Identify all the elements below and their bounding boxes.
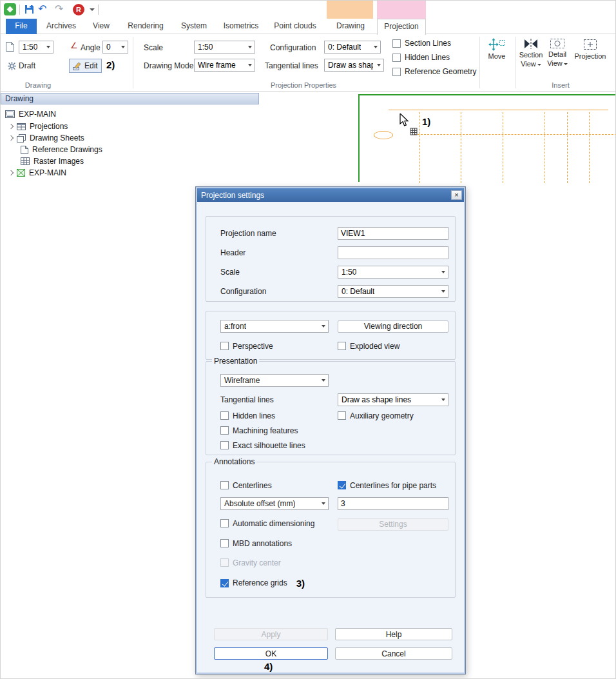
chevron-down-icon bbox=[377, 64, 381, 66]
scale-select[interactable]: 1:50 bbox=[338, 266, 448, 279]
view-direction-select[interactable]: a:front bbox=[220, 320, 329, 333]
centerlines-pipe-checkbox[interactable]: Centerlines for pipe parts bbox=[338, 481, 436, 490]
section-view-button[interactable]: Section View bbox=[517, 38, 544, 68]
edit-button[interactable]: Edit bbox=[69, 59, 102, 73]
automatic-dimensioning-checkbox[interactable]: Automatic dimensioning bbox=[220, 519, 314, 528]
tab-file[interactable]: File bbox=[6, 19, 37, 34]
section-lines-checkbox[interactable]: Section Lines bbox=[392, 39, 451, 48]
chevron-down-icon bbox=[374, 46, 378, 48]
tab-rendering[interactable]: Rendering bbox=[124, 19, 167, 34]
centerlines-checkbox[interactable]: Centerlines bbox=[220, 481, 272, 490]
hidden-lines-checkbox[interactable]: Hidden Lines bbox=[392, 53, 450, 62]
grid-line bbox=[544, 112, 544, 183]
mbd-annotations-checkbox[interactable]: MBD annotations bbox=[220, 539, 292, 548]
projection-settings-dialog: Projection settings Projection name VIEW… bbox=[195, 186, 466, 674]
perspective-checkbox[interactable]: Perspective bbox=[220, 342, 273, 351]
group-label-insert: Insert bbox=[542, 81, 579, 89]
exploded-view-checkbox[interactable]: Exploded view bbox=[338, 342, 399, 351]
configuration-select[interactable]: 0: Default bbox=[338, 285, 448, 298]
chevron-down-icon bbox=[564, 63, 568, 65]
tree-panel-header: Drawing bbox=[1, 93, 259, 104]
detail-view-button[interactable]: Detail View bbox=[544, 38, 570, 67]
chevron-down-icon bbox=[248, 64, 252, 66]
checkbox-icon bbox=[220, 579, 229, 587]
hidden-lines-checkbox[interactable]: Hidden lines bbox=[220, 411, 275, 420]
sheet-icon bbox=[6, 42, 14, 52]
tree-item-raster-images[interactable]: Raster Images bbox=[21, 155, 84, 167]
detail-view-icon bbox=[550, 38, 565, 49]
checkbox-icon bbox=[220, 426, 229, 435]
expand-chevron-icon[interactable] bbox=[8, 135, 14, 141]
tree-item-projections[interactable]: Projections bbox=[9, 121, 68, 132]
configuration-select[interactable]: 0: Default bbox=[324, 41, 381, 54]
angle-input[interactable]: 0 bbox=[102, 41, 128, 54]
drawing-tree-panel: Drawing EXP-MAIN Projections Drawing She… bbox=[1, 93, 259, 182]
model-icon bbox=[17, 169, 25, 177]
reference-drawing-icon bbox=[21, 146, 28, 154]
tab-point-clouds[interactable]: Point clouds bbox=[271, 19, 319, 34]
gravity-center-checkbox: Gravity center bbox=[220, 558, 281, 567]
tab-view[interactable]: View bbox=[87, 19, 115, 34]
drawing-board-icon bbox=[5, 110, 15, 118]
drawing-canvas[interactable]: 1) bbox=[358, 94, 616, 182]
presentation-group: Presentation Wireframe Tangential lines … bbox=[206, 361, 456, 455]
tree-item-reference-drawings[interactable]: Reference Drawings bbox=[21, 144, 102, 155]
viewing-direction-button[interactable]: Viewing direction bbox=[338, 320, 448, 333]
group-separator bbox=[515, 37, 516, 88]
expand-chevron-icon[interactable] bbox=[8, 124, 14, 129]
tree-item-exp-main-model[interactable]: EXP-MAIN bbox=[9, 167, 66, 179]
group-separator bbox=[479, 37, 480, 88]
projection-name-input[interactable]: VIEW1 bbox=[338, 227, 448, 240]
grid-frame-line bbox=[389, 110, 608, 110]
projection-button[interactable]: Projection bbox=[572, 38, 609, 60]
apply-button[interactable]: Apply bbox=[214, 628, 328, 640]
tree-item-exp-main[interactable]: EXP-MAIN bbox=[5, 108, 56, 120]
offset-mode-select[interactable]: Absolute offset (mm) bbox=[220, 497, 329, 510]
header-input[interactable] bbox=[338, 246, 448, 259]
annotation-step-4: 4) bbox=[264, 661, 273, 672]
toolbar-options-chevron-icon[interactable] bbox=[90, 8, 95, 11]
header-label: Header bbox=[220, 248, 338, 257]
move-button[interactable]: Move bbox=[483, 38, 511, 60]
expand-chevron-icon[interactable] bbox=[8, 170, 14, 175]
draft-button[interactable]: Draft bbox=[5, 59, 39, 73]
machining-features-checkbox[interactable]: Machining features bbox=[220, 426, 298, 435]
cancel-button[interactable]: Cancel bbox=[335, 647, 452, 660]
tab-projection[interactable]: Projection bbox=[377, 19, 426, 35]
ok-button[interactable]: OK bbox=[214, 647, 328, 660]
presentation-mode-select[interactable]: Wireframe bbox=[220, 374, 329, 387]
tab-isometrics[interactable]: Isometrics bbox=[220, 19, 262, 34]
help-button[interactable]: Help bbox=[335, 628, 452, 640]
reference-grids-checkbox[interactable]: Reference grids bbox=[220, 578, 287, 587]
close-icon[interactable] bbox=[451, 190, 462, 200]
tab-drawing[interactable]: Drawing bbox=[331, 19, 371, 34]
drawing-mode-select[interactable]: Wire frame bbox=[194, 59, 255, 72]
dialog-body: Projection name VIEW1 Header Scale 1:50 … bbox=[197, 202, 464, 673]
sheet-scale-select[interactable]: 1:50 bbox=[19, 41, 53, 54]
machining-features-row: Machining features bbox=[220, 425, 338, 438]
save-icon[interactable] bbox=[24, 5, 34, 14]
tangential-lines-select[interactable]: Draw as shape bbox=[324, 59, 384, 72]
configuration-label: Configuration bbox=[270, 43, 316, 52]
exact-silhouette-checkbox[interactable]: Exact silhouette lines bbox=[220, 441, 305, 450]
dialog-title-bar[interactable]: Projection settings bbox=[197, 188, 464, 202]
auxiliary-geometry-checkbox[interactable]: Auxiliary geometry bbox=[338, 411, 414, 420]
tab-system[interactable]: System bbox=[176, 19, 212, 34]
tree-item-drawing-sheets[interactable]: Drawing Sheets bbox=[9, 132, 84, 144]
mbd-row: MBD annotations bbox=[220, 538, 338, 551]
redo-icon[interactable] bbox=[55, 2, 63, 16]
grid-line bbox=[461, 112, 461, 183]
tab-archives[interactable]: Archives bbox=[43, 19, 79, 34]
undo-icon[interactable] bbox=[38, 2, 46, 16]
reference-grids-row: Reference grids 3) bbox=[220, 576, 305, 589]
r-badge-icon[interactable]: R bbox=[73, 4, 84, 15]
context-tab-highlight-drawing bbox=[327, 1, 373, 19]
app-logo-icon[interactable] bbox=[4, 3, 16, 15]
offset-value-input[interactable]: 3 bbox=[338, 497, 448, 510]
scale-select[interactable]: 1:50 bbox=[194, 41, 255, 54]
checkbox-icon bbox=[392, 54, 401, 62]
checkbox-icon bbox=[220, 342, 229, 350]
tangential-lines-select[interactable]: Draw as shape lines bbox=[338, 393, 448, 406]
settings-button[interactable]: Settings bbox=[338, 518, 448, 531]
reference-geometry-checkbox[interactable]: Reference Geometry bbox=[392, 67, 476, 76]
